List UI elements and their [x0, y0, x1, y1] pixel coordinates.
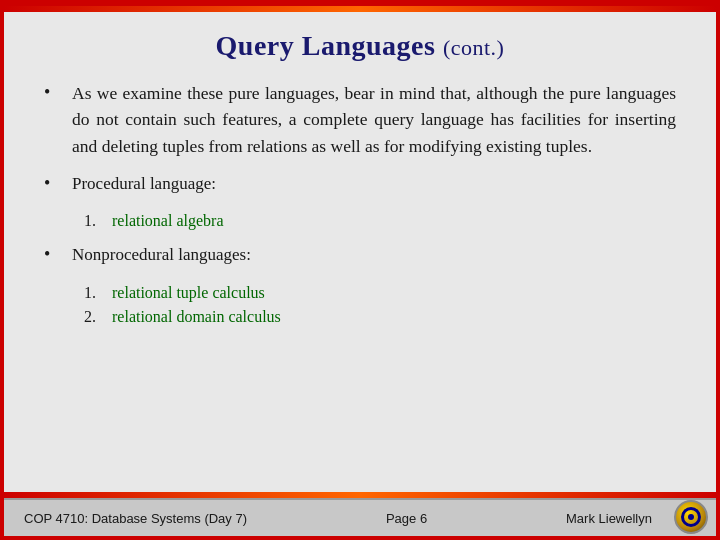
item-number-1: 1. [84, 212, 102, 230]
footer-logo [674, 500, 708, 534]
footer-author: Mark Liewellyn [566, 511, 652, 526]
content-area: • As we examine these pure languages, be… [44, 80, 676, 482]
bullet-text-3: Nonprocedural languages: [72, 242, 251, 268]
item-text-np1: relational tuple calculus [112, 284, 265, 302]
slide-wrapper: Query Languages (cont.) • As we examine … [0, 0, 720, 540]
item-text-np2: relational domain calculus [112, 308, 281, 326]
list-item: 1. relational tuple calculus [84, 284, 676, 302]
list-item: 2. relational domain calculus [84, 308, 676, 326]
bullet-dot-2: • [44, 173, 60, 194]
nonprocedural-list: 1. relational tuple calculus 2. relation… [84, 284, 676, 326]
item-text-1: relational algebra [112, 212, 224, 230]
logo-inner [681, 507, 701, 527]
bullet-text-1: As we examine these pure languages, bear… [72, 80, 676, 159]
footer-course: COP 4710: Database Systems (Day 7) [24, 511, 247, 526]
slide-body: Query Languages (cont.) • As we examine … [4, 12, 716, 492]
title-cont: (cont.) [443, 35, 505, 60]
bullet-item-1: • As we examine these pure languages, be… [44, 80, 676, 159]
procedural-list: 1. relational algebra [84, 212, 676, 230]
slide-title: Query Languages (cont.) [44, 30, 676, 62]
logo-circle [674, 500, 708, 534]
bullet-dot-1: • [44, 82, 60, 103]
item-number-np2: 2. [84, 308, 102, 326]
bullet-item-3: • Nonprocedural languages: [44, 242, 676, 268]
bullet-item-2: • Procedural language: [44, 171, 676, 197]
list-item: 1. relational algebra [84, 212, 676, 230]
footer-page: Page 6 [386, 511, 427, 526]
bullet-dot-3: • [44, 244, 60, 265]
item-number-np1: 1. [84, 284, 102, 302]
footer: COP 4710: Database Systems (Day 7) Page … [4, 498, 716, 536]
bullet-text-2: Procedural language: [72, 171, 216, 197]
title-main: Query Languages [216, 30, 436, 61]
